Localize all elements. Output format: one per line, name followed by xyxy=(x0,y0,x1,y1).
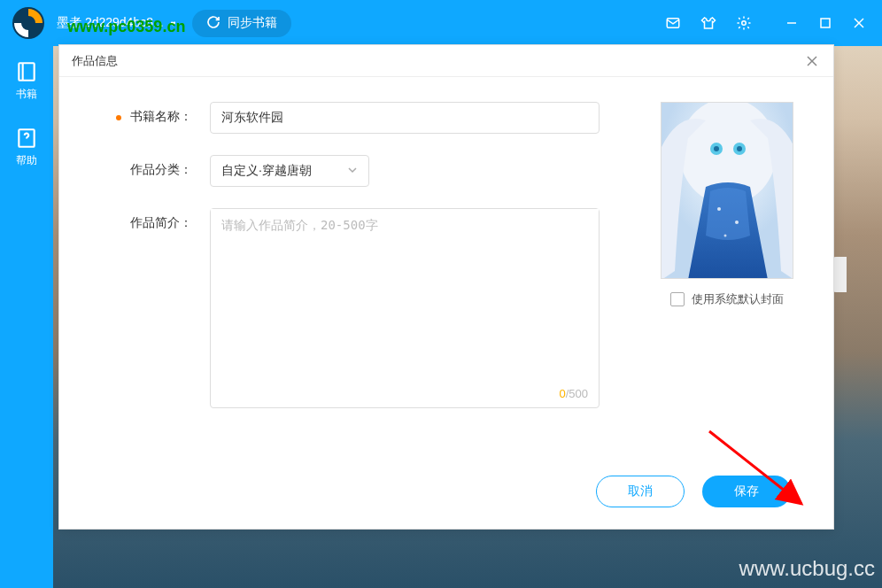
sidebar-item-help[interactable]: 帮助 xyxy=(5,127,48,168)
minimize-button[interactable] xyxy=(779,11,804,35)
default-cover-checkbox[interactable] xyxy=(670,292,685,306)
book-icon xyxy=(15,60,38,83)
mail-icon[interactable] xyxy=(662,12,684,34)
svg-point-16 xyxy=(737,146,742,151)
sidebar: 书籍 帮助 xyxy=(0,46,53,588)
dialog-header: 作品信息 xyxy=(59,45,833,77)
sync-books-button[interactable]: 同步书籍 xyxy=(192,10,291,37)
shirt-icon[interactable] xyxy=(698,12,719,34)
description-label: 作品简介： xyxy=(95,208,192,231)
svg-point-19 xyxy=(724,235,727,237)
char-counter: 0/500 xyxy=(559,387,588,400)
dialog-title: 作品信息 xyxy=(72,53,118,69)
svg-point-17 xyxy=(717,207,721,211)
app-logo xyxy=(11,5,46,41)
title-bar: 墨者 2d229d4bc8... ♥ 同步书籍 xyxy=(0,0,882,46)
dialog-close-button[interactable] xyxy=(803,52,821,70)
category-select[interactable]: 自定义·穿越唐朝 xyxy=(210,155,369,187)
sync-label: 同步书籍 xyxy=(228,15,277,31)
default-cover-label: 使用系统默认封面 xyxy=(692,291,784,307)
cover-image[interactable] xyxy=(661,102,793,279)
book-name-label: 书籍名称： xyxy=(95,102,192,125)
refresh-icon xyxy=(206,15,220,32)
description-textarea[interactable] xyxy=(211,209,599,404)
svg-point-15 xyxy=(714,146,719,151)
svg-rect-7 xyxy=(19,63,34,81)
maximize-button[interactable] xyxy=(813,11,838,35)
svg-rect-4 xyxy=(821,19,830,27)
svg-point-18 xyxy=(735,220,739,224)
watermark-bottom: www.ucbug.cc xyxy=(739,556,875,581)
help-icon xyxy=(15,127,38,150)
cancel-button[interactable]: 取消 xyxy=(596,476,685,507)
close-button[interactable] xyxy=(847,11,871,35)
right-panel-handle[interactable] xyxy=(832,257,847,292)
sidebar-item-label: 帮助 xyxy=(16,153,37,168)
svg-point-2 xyxy=(742,21,747,26)
work-info-dialog: 作品信息 书籍名称： 作品分类： 自定义·穿越唐朝 作品简介： xyxy=(58,44,834,530)
sidebar-item-books[interactable]: 书籍 xyxy=(5,60,48,102)
sidebar-item-label: 书籍 xyxy=(16,87,37,102)
user-dropdown-caret[interactable]: ♥ xyxy=(171,19,176,28)
save-button[interactable]: 保存 xyxy=(702,476,791,507)
category-label: 作品分类： xyxy=(95,155,192,178)
book-name-input[interactable] xyxy=(210,102,600,134)
gear-icon[interactable] xyxy=(733,12,754,34)
chevron-down-icon xyxy=(347,165,358,178)
user-name: 墨者 2d229d4bc8... xyxy=(57,15,164,31)
category-value: 自定义·穿越唐朝 xyxy=(221,163,312,179)
